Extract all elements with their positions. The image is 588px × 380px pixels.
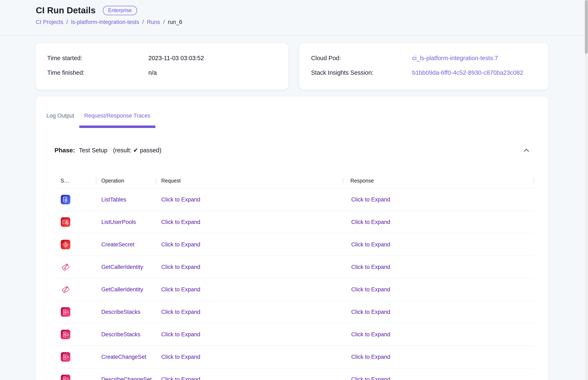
request-expand-link[interactable]: Click to Expand [161,354,200,360]
operation-link[interactable]: ListTables [101,196,126,203]
operation-link[interactable]: GetCallerIdentity [101,286,143,293]
breadcrumb: CI Projects / ls-platform-integration-te… [36,19,588,25]
operation-link[interactable]: DescribeStacks [101,331,140,338]
request-expand-link[interactable]: Click to Expand [161,286,200,293]
stack-insights-link[interactable]: b1bb09da-6ff0-4c52-8930-c870ba23c082 [412,69,540,76]
request-expand-link[interactable]: Click to Expand [161,309,200,315]
request-expand-link[interactable]: Click to Expand [161,241,200,248]
cloud-pod-label: Cloud Pod: [311,54,412,62]
time-info-card: Time started: 2023-11-03 03:03:52 Time f… [35,43,288,90]
cloudformation-icon [61,307,70,317]
table-row: DescribeStacks Click to Expand Click to … [55,301,534,323]
response-expand-link[interactable]: Click to Expand [351,331,390,338]
tab-log-output[interactable]: Log Output [41,106,79,126]
request-expand-link[interactable]: Click to Expand [161,196,200,203]
table-row: GetCallerIdentity Click to Expand Click … [55,278,534,301]
page-title: CI Run Details [36,5,96,15]
request-expand-link[interactable]: Click to Expand [161,219,200,225]
stack-insights-label: Stack Insights Session: [311,69,412,76]
response-expand-link[interactable]: Click to Expand [351,196,390,203]
breadcrumb-project[interactable]: ls-platform-integration-tests [71,19,139,25]
sts-icon [61,285,70,294]
links-info-card: Cloud Pod: ci_ls-platform-integration-te… [299,43,549,90]
response-expand-link[interactable]: Click to Expand [351,241,390,248]
chevron-up-icon [523,152,530,155]
table-row: DescribeChangeSet Click to Expand Click … [55,368,534,380]
column-header-request: Request [156,177,343,184]
phase-collapse-button[interactable] [523,147,530,154]
breadcrumb-separator: / [163,19,165,25]
enterprise-badge: Enterprise [103,6,137,15]
time-started-value: 2023-11-03 03:03:52 [148,54,280,62]
table-row: DescribeStacks Click to Expand Click to … [55,323,534,346]
traces-card: Log Output Request/Response Traces Phase… [35,96,549,380]
phase-result: (result: ✔ passed) [113,147,161,154]
phase-header: Phase: Test Setup (result: ✔ passed) [55,146,530,155]
response-expand-link[interactable]: Click to Expand [351,354,390,360]
table-row: CreateSecret Click to Expand Click to Ex… [55,233,534,256]
table-row: GetCallerIdentity Click to Expand Click … [55,256,534,278]
breadcrumb-runs[interactable]: Runs [147,19,160,25]
tab-request-response-traces[interactable]: Request/Response Traces [79,106,155,126]
table-row: ListTables Click to Expand Click to Expa… [55,189,534,211]
time-finished-value: n/a [148,69,280,76]
response-expand-link[interactable]: Click to Expand [351,376,390,380]
page-scrollbar-track[interactable] [585,0,588,380]
tab-bar: Log Output Request/Response Traces [41,106,549,128]
phase-name: Test Setup [79,147,107,154]
request-expand-link[interactable]: Click to Expand [161,331,200,338]
ci-run-details-page: { "page": { "title": "CI Run Details", "… [0,0,588,380]
operation-link[interactable]: CreateChangeSet [101,354,146,360]
breadcrumb-separator: / [66,19,68,25]
response-expand-link[interactable]: Click to Expand [351,309,390,315]
cloudformation-icon [61,352,70,362]
operation-link[interactable]: ListUserPools [101,219,136,225]
cognito-icon [61,217,70,227]
time-finished-label: Time finished: [47,69,148,76]
column-header-response: Response [343,177,534,184]
breadcrumb-separator: / [142,19,144,25]
operation-link[interactable]: GetCallerIdentity [101,264,143,270]
phase-label: Phase: [55,147,75,154]
secretsmanager-icon [61,240,70,249]
cloud-pod-link[interactable]: ci_ls-platform-integration-tests:7 [412,54,540,62]
operation-link[interactable]: DescribeStacks [101,309,140,315]
response-expand-link[interactable]: Click to Expand [351,286,390,293]
response-expand-link[interactable]: Click to Expand [351,264,390,270]
time-started-label: Time started: [47,54,148,62]
trace-table: S… Operation Request Response ListTables… [55,173,534,380]
operation-link[interactable]: CreateSecret [101,241,134,248]
sts-icon [61,262,70,272]
trace-table-body: ListTables Click to Expand Click to Expa… [55,189,534,380]
column-header-service: S… [55,177,96,184]
table-row: ListUserPools Click to Expand Click to E… [55,211,534,233]
breadcrumb-ci-projects[interactable]: CI Projects [36,19,63,25]
request-expand-link[interactable]: Click to Expand [161,264,200,270]
trace-table-header: S… Operation Request Response [55,173,534,189]
page-header: CI Run Details Enterprise CI Projects / … [0,0,588,36]
cloudformation-icon [61,375,70,380]
table-row: CreateChangeSet Click to Expand Click to… [55,346,534,368]
request-expand-link[interactable]: Click to Expand [161,376,200,380]
column-header-operation: Operation [96,177,156,184]
breadcrumb-current-run: run_6 [168,19,182,25]
cloudformation-icon [61,330,70,339]
operation-link[interactable]: DescribeChangeSet [101,376,152,380]
dynamodb-icon [61,195,70,204]
page-scrollbar-thumb[interactable] [585,0,588,54]
response-expand-link[interactable]: Click to Expand [351,219,390,225]
